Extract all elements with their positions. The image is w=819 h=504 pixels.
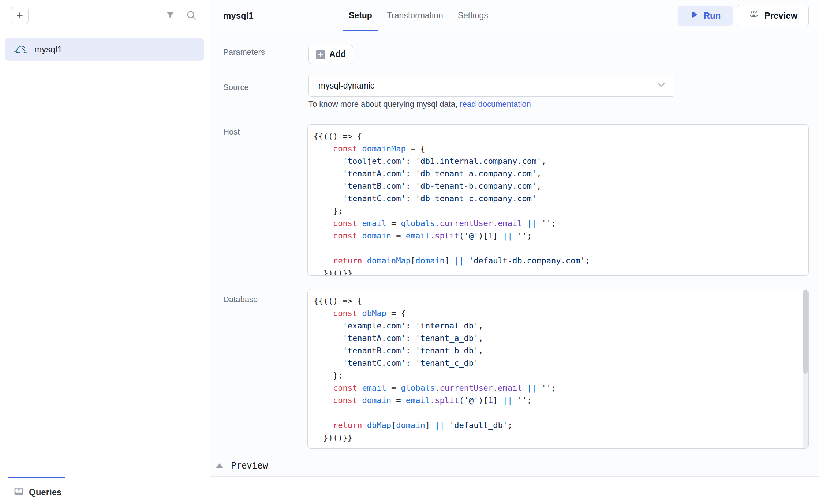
query-list-sidebar: + [0,0,210,504]
queries-panel-tab[interactable]: Queries [14,486,61,498]
database-code: {{(() => { const dbMap = { 'example.com'… [308,289,808,444]
database-code-editor[interactable]: {{(() => { const dbMap = { 'example.com'… [307,289,809,449]
filter-icon[interactable] [164,9,176,22]
eye-icon [748,9,759,22]
add-query-button[interactable]: + [11,7,29,24]
collapse-up-icon [216,463,223,468]
query-title: mysql1 [223,0,254,31]
preview-panel-body [210,477,819,504]
sidebar-toolbar: + [0,0,210,31]
run-button-label: Run [704,11,721,21]
sidebar-footer: Queries [0,477,210,504]
source-helper-text: To know more about querying mysql data, … [308,99,531,109]
add-parameter-button[interactable]: Add [308,45,353,64]
search-icon[interactable] [185,9,198,22]
chevron-down-icon [656,79,667,92]
preview-panel-toggle[interactable]: Preview [210,455,819,477]
read-documentation-link[interactable]: read documentation [460,99,531,109]
plus-icon [316,50,325,59]
tab-transformation[interactable]: Transformation [381,0,449,31]
database-scrollbar [803,290,808,448]
query-editor-main: mysql1 Setup Transformation Settings Run [210,0,819,504]
preview-button-label: Preview [764,11,798,21]
source-select-value: mysql-dynamic [318,81,374,91]
query-list-item-mysql1[interactable]: mysql1 [5,38,204,61]
query-header: mysql1 Setup Transformation Settings Run [210,0,819,31]
host-label: Host [223,127,240,137]
queries-active-bar [8,477,65,478]
query-item-label: mysql1 [34,44,62,54]
preview-button[interactable]: Preview [737,5,809,26]
play-icon [690,10,699,21]
add-parameter-label: Add [329,49,346,59]
query-editor-window: + [0,0,819,504]
tab-setup[interactable]: Setup [343,0,378,31]
parameters-label: Parameters [223,48,265,57]
mysql-dolphin-icon [13,41,29,58]
queries-panel-icon [14,486,24,498]
host-code-editor[interactable]: {{(() => { const domainMap = { 'tooljet.… [307,124,809,276]
preview-panel-label: Preview [231,460,268,471]
database-scrollbar-thumb[interactable] [803,290,808,374]
source-select[interactable]: mysql-dynamic [308,75,675,97]
query-tabs: Setup Transformation Settings [343,0,494,31]
database-label: Database [223,295,258,304]
queries-tab-label: Queries [29,487,61,497]
tab-settings[interactable]: Settings [452,0,494,31]
source-label: Source [223,83,249,92]
host-code: {{(() => { const domainMap = { 'tooljet.… [308,125,808,276]
run-button[interactable]: Run [678,6,733,26]
